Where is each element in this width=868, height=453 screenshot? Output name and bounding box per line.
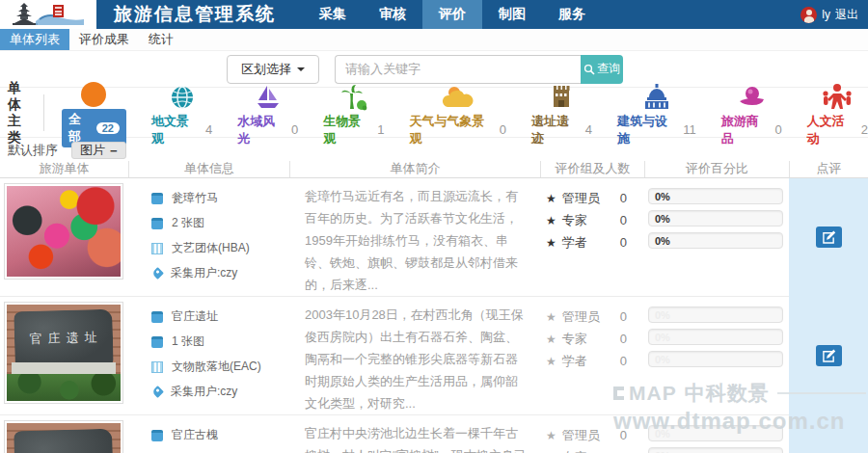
category-weather[interactable]: 天气与气象景观 0 [410,82,506,147]
hat-icon [736,82,767,111]
columns-icon [151,361,163,373]
unit-photo[interactable] [4,183,123,280]
evaluation-percent-cell: 0% 0% 0% [644,414,789,453]
progress-bar: 0% [648,188,783,204]
category-ruins-label: 遗址遗迹 [531,113,579,147]
category-ruins[interactable]: 遗址遗迹 4 [531,82,592,147]
all-circle-icon [81,82,106,107]
group-count: 0 [620,309,633,324]
unit-name[interactable]: 官庄遗址 [172,308,218,325]
evaluation-groups-cell: ★ 管理员 0 ★ 专家 0 ★ 学者 0 [540,296,644,414]
star-icon: ★ [546,333,556,346]
calendar-icon [151,193,163,204]
nav-item-caiji[interactable]: 采集 [303,0,363,29]
group-name: 学者 [562,234,620,252]
edit-review-button[interactable] [816,345,842,366]
unit-photo[interactable]: 官庄遗址 [4,302,123,404]
sun-cloud-icon [442,82,475,111]
default-sort-label[interactable]: 默认排序 [8,142,58,159]
group-count: 0 [620,354,633,368]
category-water[interactable]: 水域风光 0 [237,82,298,147]
columns-icon [151,243,163,254]
evaluation-groups-cell: ★ 管理员 0 ★ 专家 0 ★ 学者 0 [540,178,644,296]
category-geology-label: 地文景观 [151,113,199,147]
category-human-label: 人文活动 [807,113,854,147]
progress-value: 0% [649,332,670,343]
unit-info-cell: 官庄古槐 4 张图 独树(CAC) [128,414,289,453]
nav-item-fuwu[interactable]: 服务 [542,0,602,29]
unit-type: 文物散落地(EAC) [172,359,261,375]
category-goods[interactable]: 旅游商品 0 [721,82,782,147]
palm-tree-icon [339,82,368,111]
unit-description: 2003年10月28日，在村西北角（现王保俊西房院内）出土有石器石斧、陶盆、陶鬲… [289,296,540,414]
category-all[interactable]: 全部 22 [62,78,126,147]
calendar-icon [151,336,163,348]
unit-name[interactable]: 官庄古槐 [172,427,218,443]
divider [43,94,44,131]
unit-name[interactable]: 瓮璋竹马 [172,190,218,206]
progress-value: 0% [649,450,670,453]
group-count: 0 [620,332,633,346]
festival-photo-image [7,186,121,277]
user-name: ly [822,8,830,21]
calendar-icon [151,311,163,323]
category-row: 单体 主类 全部 22 地文景观 4 [0,88,868,138]
nav-item-shenhe[interactable]: 审核 [363,0,422,29]
edit-pencil-icon [822,230,836,244]
tab-statistics[interactable]: 统计 [139,29,183,50]
unit-info-cell: 瓮璋竹马 2 张图 文艺团体(HBA) 采集用户:czy [128,178,289,296]
calendar-icon [151,218,163,229]
category-geology[interactable]: 地文景观 4 [151,82,212,147]
group-count: 0 [620,213,633,227]
nav-item-zhitu[interactable]: 制图 [482,0,542,29]
stele-inscription: 官庄遗址 [24,329,103,348]
category-water-label: 水域风光 [237,113,285,147]
progress-value: 0% [649,309,670,321]
unit-description: 官庄村中央涝池北边生长着一棵千年古槐树，村人叫它“官槐树”，现古槐主身已空，但仍… [289,414,540,453]
people-icon [821,82,854,111]
category-human[interactable]: 人文活动 2 [807,82,868,147]
group-name: 学者 [562,353,620,370]
category-all-label: 全部 [68,111,91,146]
group-name: 管理员 [562,427,620,444]
nav-item-pingjia[interactable]: 评价 [422,0,482,29]
review-cell [789,296,868,414]
progress-value: 0% [649,428,670,440]
unit-photo-cell: 官庄遗址 [0,414,128,453]
minus-icon: − [110,144,118,158]
collector-user: 采集用户:czy [171,265,237,281]
image-toggle-button[interactable]: 图片 − [71,142,126,159]
evaluation-groups-cell: ★ 管理员 0 ★ 专家 0 ★ 学者 0 [540,414,644,453]
chevron-down-icon [297,67,305,71]
user-avatar-icon [800,7,817,23]
stele-photo-image: 官庄遗址 [7,423,121,453]
unit-photo[interactable]: 官庄遗址 [4,420,123,453]
search-button-label: 查询 [597,61,620,77]
col-header-review: 点评 [789,161,868,177]
progress-value: 0% [649,354,670,365]
tag-icon [151,386,164,398]
category-weather-count: 0 [500,122,506,137]
category-human-count: 2 [861,122,868,137]
category-goods-label: 旅游商品 [721,113,769,147]
pagoda-logo-icon [11,2,86,27]
category-biology[interactable]: 生物景观 1 [323,82,384,147]
table-row: 瓮璋竹马 2 张图 文艺团体(HBA) 采集用户:czy 瓮璋竹马远近有名，而且… [0,178,868,296]
col-header-groups: 评价组及人数 [540,161,644,177]
tab-unit-list[interactable]: 单体列表 [0,29,69,50]
calendar-icon [151,430,163,441]
progress-bar: 0% [648,306,783,323]
search-icon [583,64,595,75]
logout-link[interactable]: 退出 [835,7,858,23]
user-area[interactable]: ly 退出 [800,0,858,29]
category-buildings[interactable]: 建筑与设施 11 [617,82,696,147]
tab-evaluation-results[interactable]: 评价成果 [69,29,139,50]
star-icon: ★ [546,236,556,250]
edit-review-button[interactable] [816,226,842,248]
castle-ruins-icon [547,82,576,111]
star-icon: ★ [546,310,556,324]
progress-bar: 0% [648,210,783,226]
table-row: 官庄遗址 官庄遗址 1 张图 文物散落地(EAC) 采集用户:czy 2003年… [0,296,868,414]
col-header-desc: 单体简介 [289,161,540,177]
progress-value: 0% [649,213,670,225]
